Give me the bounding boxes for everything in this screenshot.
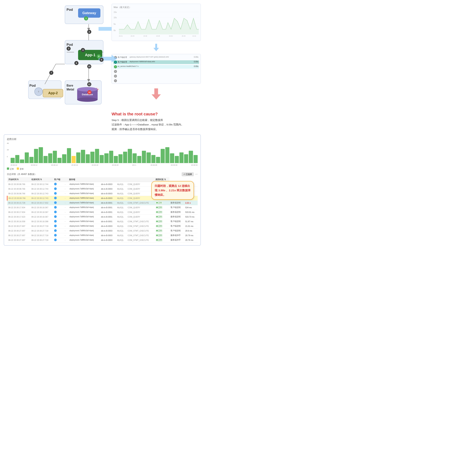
database-node[interactable]: DataBase (77, 87, 98, 102)
select-button[interactable]: ✓ 已选择 (182, 172, 194, 176)
col-start: 开始时间 ⇅ (7, 177, 30, 182)
cell-client (53, 196, 63, 200)
badge-10: 10 (87, 64, 91, 69)
cell-arrow: → (63, 214, 68, 219)
cell-client (53, 219, 63, 224)
cell-service: -deployment-7d8f6fc5df-4da4j (68, 228, 100, 233)
badge-3: 3 (67, 46, 71, 51)
cell-protocol: MySQL (116, 196, 126, 200)
trace-row-3: 3 客户端处理 deployment-7d8f6fc5df-4da4j eth0… (113, 60, 199, 64)
cell-status: 正常 (154, 224, 169, 228)
cell-status: 正常 (154, 210, 169, 214)
cell-service: -deployment-7d8f6fc5df-4da4j (68, 210, 100, 214)
bar-item (48, 153, 52, 163)
bar-item (20, 160, 24, 163)
cell-protocol: MySQL (116, 187, 126, 191)
table-row: 08-22 20:30:15.728 08-22 20:30:17.932 → … (7, 200, 198, 205)
cell-start: 08-22 20:30:17.834 (7, 205, 30, 210)
cell-cmd: COM_QUERY (126, 196, 154, 200)
cell-status: 正常 (154, 205, 169, 210)
right-area: Max（最大延迟） 15s 10s 5s 0s (112, 4, 201, 108)
cell-end: 08-22 20:30:27.718 (30, 228, 53, 233)
cell-service: -deployment-7d8f6fc5df-4da4j (68, 182, 100, 187)
cell-status: 正常 (154, 233, 169, 238)
table-row: 08-22 20:30:27.697 08-22 20:30:27.718 → … (7, 238, 198, 242)
root-cause-title: What is the root cause? (112, 112, 201, 116)
trace-row-4: 4 pc_service HealthCheck T s 0.00s (113, 65, 199, 69)
cell-client (53, 187, 63, 191)
bar-item (34, 149, 38, 163)
cell-end: 08-22 20:30:27.718 (30, 233, 53, 238)
col-cmd (126, 177, 154, 182)
cell-target: db-tn-B-0003 (100, 182, 116, 187)
bar-item (194, 155, 198, 163)
badge-6: 6 (74, 61, 78, 65)
cell-type: 客户端进程 (169, 228, 184, 233)
svg-marker-30 (153, 44, 159, 51)
chart-to-table-arrow (112, 44, 201, 51)
cell-cmd: COM_QUERY (126, 205, 154, 210)
cell-type: 客户端进程 (169, 205, 184, 210)
bar-item (95, 149, 99, 163)
cell-target: db-tn-B-0001 (100, 219, 116, 224)
more-button[interactable]: ··· (195, 172, 198, 176)
bar-item (39, 147, 43, 163)
cell-protocol: MySQL (116, 214, 126, 219)
cell-service: -deployment-7d8f6fc5df-4da4j (68, 238, 100, 242)
svg-text:5s: 5s (114, 23, 116, 25)
log-table-container: 开始时间 ⇅ 结束时间 ⇅ 客户端 服务端 调用时延 ⇅ 08-22 20:30… (7, 177, 198, 242)
bar-item (62, 154, 66, 163)
cell-client (53, 214, 63, 219)
gateway-node[interactable]: Gateway (78, 8, 100, 18)
svg-text:10s: 10s (114, 17, 117, 19)
svg-text:20:45: 20:45 (182, 35, 186, 37)
cell-arrow: → (63, 238, 68, 242)
trace-table-box: 1 客户端处理 gateway-deployment-88077c9f7-g5d… (112, 54, 201, 84)
app2-node[interactable]: App-2 (43, 89, 63, 97)
badge-11: 11 (87, 82, 91, 86)
bar-item (170, 153, 174, 163)
col-client: 客户端 (53, 177, 63, 182)
bar-legend: 正常 异常 (7, 168, 198, 170)
pod1-label: Pod (67, 8, 73, 12)
y-axis-2k: 2K (7, 149, 9, 151)
cell-target: db-tn-B-0003 (100, 224, 116, 228)
bar-item (133, 153, 137, 163)
bar-item (104, 153, 108, 163)
cell-cmd: COM_STMT_EXECUTE (126, 219, 154, 224)
cell-start: 08-22 20:30:27.697 (7, 224, 30, 228)
cell-status: 正常 (154, 228, 169, 233)
cell-start: 08-22 20:30:16.558 (7, 219, 30, 224)
bar-item (175, 156, 179, 163)
cell-start: 08-22 20:30:27.697 (7, 233, 30, 238)
cell-end: 08-22 20:30:17.932 (30, 200, 53, 205)
badge-5: 5 (99, 58, 104, 62)
bar-item (137, 156, 141, 163)
cell-protocol: MySQL (116, 191, 126, 196)
table-to-root-arrow (112, 89, 201, 100)
cell-cmd: COM_QUERY (126, 210, 154, 214)
cell-service: -deployment-7d8f6fc5df-4da4j (68, 187, 100, 191)
bar-item (81, 150, 85, 163)
cell-target: db-tn-B-0001 (100, 210, 116, 214)
badge-4: 4 (81, 48, 85, 52)
root-cause-filter: 过滤条件：App-1——>DataBase，mysql 协议，9.09s 范围内… (112, 123, 201, 127)
svg-text:15s: 15s (114, 11, 117, 13)
cell-end: 08-22 20:30:12.744 (30, 182, 53, 187)
cell-protocol: MySQL (116, 228, 126, 233)
svg-text:20:21: 20:21 (119, 35, 123, 37)
cell-target: db-tn-B-0003 (100, 228, 116, 233)
bar-item (161, 149, 165, 163)
cell-latency: 533.91 ms (184, 210, 198, 214)
badge-7: 7 (49, 71, 53, 75)
cell-end: 08-22 20:30:27.718 (30, 238, 53, 242)
cell-latency: 20.79 ms (184, 233, 198, 238)
table-row: 08-22 20:30:17.623 08-22 20:30:18.367 → … (7, 214, 198, 219)
cell-client (53, 233, 63, 238)
bar-item (179, 152, 183, 163)
cell-target: db-tn-B-0003 (100, 196, 116, 200)
bar-item (189, 151, 193, 163)
cell-status: 正常 (154, 219, 169, 224)
cell-type: 服务端净手 (169, 233, 184, 238)
badge-2: 2 (87, 30, 91, 34)
